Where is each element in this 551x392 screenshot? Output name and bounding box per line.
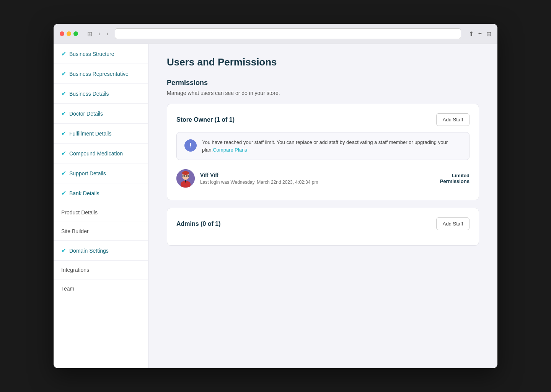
sidebar-item-label: Domain Settings <box>69 248 109 254</box>
store-owner-card-header: Store Owner (1 of 1) Add Staff <box>176 113 469 126</box>
sidebar-item-product-details[interactable]: Product Details <box>54 203 148 222</box>
sidebar-item-support-details[interactable]: ✔ Support Details <box>54 163 148 183</box>
staff-limit-warning: ! You have reached your staff limit. You… <box>176 132 469 160</box>
admins-card-header: Admins (0 of 1) Add Staff <box>176 217 469 230</box>
check-icon: ✔ <box>61 170 66 177</box>
browser-controls: ⊞ ‹ › <box>86 30 110 38</box>
new-tab-button[interactable]: + <box>478 30 482 38</box>
sidebar: ✔ Business Structure ✔ Business Represen… <box>54 44 148 368</box>
sidebar-item-label: Integrations <box>61 267 89 273</box>
browser-window: ⊞ ‹ › ⬆ + ⊞ ✔ Business Structure ✔ Busin… <box>54 24 497 368</box>
permissions-section-title: Permissions <box>167 79 479 87</box>
check-icon: ✔ <box>61 90 66 97</box>
sidebar-item-label: Support Details <box>69 170 106 176</box>
check-icon: ✔ <box>61 50 66 57</box>
window-tile-button[interactable]: ⊞ <box>86 30 94 38</box>
traffic-light-green[interactable] <box>73 31 78 36</box>
forward-button[interactable]: › <box>105 30 110 38</box>
share-button[interactable]: ⬆ <box>469 30 474 38</box>
sidebar-item-label: Site Builder <box>61 228 89 234</box>
grid-button[interactable]: ⊞ <box>486 30 491 38</box>
avatar-svg <box>176 169 195 188</box>
check-icon: ✔ <box>61 189 66 197</box>
staff-permissions: Limited Permissions <box>440 173 469 184</box>
add-staff-button-admins[interactable]: Add Staff <box>436 217 469 230</box>
browser-actions: ⬆ + ⊞ <box>469 30 491 38</box>
sidebar-item-compound-medication[interactable]: ✔ Compound Medication <box>54 144 148 163</box>
sidebar-item-label: Business Structure <box>69 51 114 57</box>
permissions-label: Limited <box>440 173 469 178</box>
sidebar-item-label: Compound Medication <box>69 150 123 157</box>
sidebar-item-label: Product Details <box>61 209 98 216</box>
sidebar-item-label: Bank Details <box>69 190 99 196</box>
sidebar-item-integrations[interactable]: Integrations <box>54 261 148 279</box>
sidebar-item-doctor-details[interactable]: ✔ Doctor Details <box>54 104 148 124</box>
warning-text: You have reached your staff limit. You c… <box>202 139 461 154</box>
staff-last-login: Last login was Wednesday, March 22nd 202… <box>200 180 435 185</box>
main-content: Users and Permissions Permissions Manage… <box>148 44 497 368</box>
store-owner-card: Store Owner (1 of 1) Add Staff ! You hav… <box>167 104 479 200</box>
sidebar-item-label: Business Details <box>69 91 109 97</box>
traffic-lights <box>60 31 78 36</box>
sidebar-item-label: Business Representative <box>69 71 129 77</box>
admins-title: Admins (0 of 1) <box>176 220 221 227</box>
sidebar-item-fulfillment-details[interactable]: ✔ Fulfillment Details <box>54 124 148 144</box>
staff-member-row: Viff Viff Last login was Wednesday, Marc… <box>176 166 469 191</box>
check-icon: ✔ <box>61 70 66 77</box>
page-title: Users and Permissions <box>167 56 479 68</box>
traffic-light-yellow[interactable] <box>67 31 71 36</box>
warning-icon: ! <box>184 139 197 152</box>
check-icon: ✔ <box>61 150 66 157</box>
permissions-sub-label: Permissions <box>440 178 469 184</box>
sidebar-item-label: Fulfillment Details <box>69 131 111 137</box>
back-button[interactable]: ‹ <box>97 30 102 38</box>
store-owner-title: Store Owner (1 of 1) <box>176 116 235 123</box>
sidebar-item-team[interactable]: Team <box>54 279 148 298</box>
svg-point-7 <box>182 171 189 175</box>
sidebar-item-domain-settings[interactable]: ✔ Domain Settings <box>54 241 148 261</box>
sidebar-item-label: Doctor Details <box>69 111 103 117</box>
staff-info: Viff Viff Last login was Wednesday, Marc… <box>200 172 435 185</box>
sidebar-item-business-structure[interactable]: ✔ Business Structure <box>54 44 148 64</box>
add-staff-button-owner[interactable]: Add Staff <box>436 113 469 126</box>
sidebar-item-business-details[interactable]: ✔ Business Details <box>54 84 148 104</box>
permissions-section-subtitle: Manage what users can see or do in your … <box>167 90 479 96</box>
staff-name: Viff Viff <box>200 172 435 178</box>
sidebar-item-bank-details[interactable]: ✔ Bank Details <box>54 183 148 203</box>
address-bar[interactable] <box>115 28 461 39</box>
traffic-light-red[interactable] <box>60 31 64 36</box>
browser-content: ✔ Business Structure ✔ Business Represen… <box>54 44 497 368</box>
sidebar-item-site-builder[interactable]: Site Builder <box>54 222 148 241</box>
staff-avatar <box>176 169 195 188</box>
sidebar-item-business-representative[interactable]: ✔ Business Representative <box>54 64 148 84</box>
check-icon: ✔ <box>61 130 66 137</box>
check-icon: ✔ <box>61 247 66 254</box>
check-icon: ✔ <box>61 110 66 117</box>
admins-card: Admins (0 of 1) Add Staff <box>167 208 479 246</box>
compare-plans-link[interactable]: Compare Plans <box>213 147 247 153</box>
sidebar-item-label: Team <box>61 286 74 292</box>
browser-chrome: ⊞ ‹ › ⬆ + ⊞ <box>54 24 497 44</box>
